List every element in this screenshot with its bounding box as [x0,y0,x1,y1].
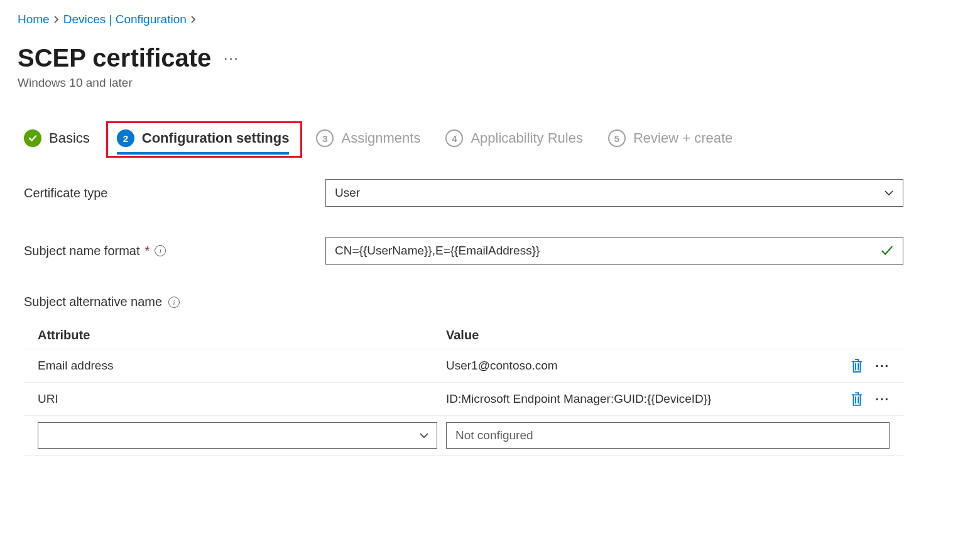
step-label: Configuration settings [142,130,290,146]
subject-alternative-name-label: Subject alternative name i [24,295,962,309]
more-actions-button[interactable]: ··· [224,50,239,67]
step-applicability-rules[interactable]: 4 Applicability Rules [445,129,583,153]
page-subtitle: Windows 10 and later [18,76,962,90]
san-row-value: ID:Microsoft Endpoint Manager:GUID:{{Dev… [446,392,833,406]
san-row: Email address User1@contoso.com ··· [24,349,903,382]
wizard-steps: Basics 2 Configuration settings 3 Assign… [24,128,962,155]
step-review-create[interactable]: 5 Review + create [608,129,732,153]
chevron-right-icon [190,16,197,23]
san-row-attribute: URI [38,392,446,406]
row-more-icon[interactable]: ··· [875,392,890,407]
required-icon: * [145,244,150,258]
breadcrumb: Home Devices | Configuration [18,13,962,26]
san-row-attribute: Email address [38,359,446,373]
row-more-icon[interactable]: ··· [875,359,890,373]
san-table: Attribute Value Email address User1@cont… [24,322,903,456]
san-row-value: User1@contoso.com [446,359,833,373]
chevron-down-icon [419,430,429,440]
step-number-icon: 4 [445,129,463,147]
select-value: User [335,186,360,200]
label-text: Subject name format [24,244,140,258]
chevron-down-icon [884,188,894,198]
delete-icon[interactable] [850,391,864,407]
step-assignments[interactable]: 3 Assignments [316,129,420,153]
label-text: Subject alternative name [24,295,162,309]
san-header-value: Value [446,328,833,342]
step-label: Applicability Rules [471,130,583,146]
step-label: Basics [49,130,90,146]
check-icon [24,129,41,147]
valid-check-icon [880,244,894,258]
info-icon[interactable]: i [168,297,180,308]
step-configuration-settings[interactable]: 2 Configuration settings [117,129,290,153]
step-number-icon: 3 [316,129,334,147]
step-basics[interactable]: Basics [24,129,90,153]
chevron-right-icon [53,16,60,23]
certificate-type-label: Certificate type [24,186,325,200]
san-row: URI ID:Microsoft Endpoint Manager:GUID:{… [24,382,903,415]
subject-name-format-input[interactable]: CN={{UserName}},E={{EmailAddress}} [325,237,903,265]
breadcrumb-devices[interactable]: Devices | Configuration [63,13,187,26]
breadcrumb-home[interactable]: Home [18,13,50,26]
input-value: CN={{UserName}},E={{EmailAddress}} [335,244,540,258]
san-attribute-select[interactable] [38,422,437,449]
step-label: Review + create [633,130,732,146]
subject-name-format-label: Subject name format * i [24,244,325,258]
page-title: SCEP certificate [18,44,211,72]
step-number-icon: 2 [117,129,134,147]
san-header-attribute: Attribute [38,328,446,342]
san-add-row [24,415,903,456]
certificate-type-select[interactable]: User [325,179,903,207]
step-number-icon: 5 [608,129,626,147]
san-value-input[interactable] [446,422,890,449]
step-label: Assignments [341,130,420,146]
delete-icon[interactable] [850,358,864,373]
info-icon[interactable]: i [155,245,166,256]
